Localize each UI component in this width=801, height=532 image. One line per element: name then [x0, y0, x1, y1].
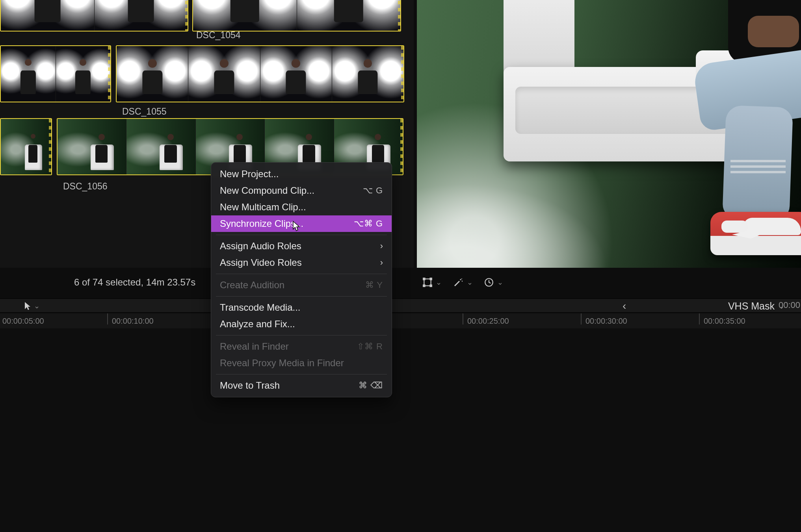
menu-item-transcode-media[interactable]: Transcode Media... — [211, 299, 392, 316]
timeline-history-back-button[interactable]: ‹ — [623, 300, 626, 312]
clip-name-label: DSC_1054 — [196, 30, 241, 41]
menu-item-label: Transcode Media... — [220, 302, 301, 313]
timeline-tool-row: ⌄ ‹ VHS Mask ⌄ — [0, 298, 801, 313]
menu-item-synchronize-clips[interactable]: Synchronize Clips...⌥⌘ G — [211, 215, 392, 232]
menu-item-label: Create Audition — [220, 280, 284, 291]
menu-item-label: New Multicam Clip... — [220, 202, 306, 213]
menu-item-move-to-trash[interactable]: Move to Trash⌘ ⌫ — [211, 377, 392, 394]
clip-context-menu: New Project...New Compound Clip...⌥ GNew… — [211, 162, 392, 397]
menu-item-new-multicam-clip[interactable]: New Multicam Clip... — [211, 199, 392, 215]
svg-point-7 — [461, 278, 462, 279]
menu-item-reveal-in-finder: Reveal in Finder⇧⌘ R — [211, 338, 392, 355]
browser-selection-status: 6 of 74 selected, 14m 23.57s — [74, 277, 195, 288]
timeline-track-area[interactable] — [0, 328, 801, 532]
ruler-tick: 00:00:35:00 — [704, 313, 745, 326]
ruler-tick: 00:00:05:00 — [2, 313, 44, 326]
viewer-toolbar: ⌄ ⌄ ⌄ — [417, 273, 503, 291]
context-menu-separator — [216, 274, 387, 274]
chevron-down-icon: ⌄ — [467, 278, 473, 287]
clip-thumbnail[interactable] — [116, 45, 404, 102]
menu-item-create-audition: Create Audition⌘ Y — [211, 277, 392, 293]
svg-rect-2 — [430, 278, 432, 280]
context-menu-separator — [216, 374, 387, 374]
menu-item-shortcut: ⌥⌘ G — [354, 219, 383, 229]
svg-rect-4 — [430, 285, 432, 287]
menu-item-shortcut: ⌘ ⌫ — [359, 380, 383, 391]
svg-rect-3 — [423, 285, 425, 287]
menu-item-label: Synchronize Clips... — [220, 218, 303, 229]
menu-item-label: Analyze and Fix... — [220, 319, 295, 330]
clip-thumbnail[interactable] — [0, 0, 188, 32]
transform-tool-button[interactable]: ⌄ — [422, 277, 442, 287]
menu-item-reveal-proxy-media-in-finder: Reveal Proxy Media in Finder — [211, 355, 392, 371]
menu-item-label: Assign Video Roles — [220, 257, 302, 268]
svg-point-6 — [462, 281, 463, 282]
ruler-tick: 00:00:30:00 — [585, 313, 627, 326]
submenu-arrow-icon: › — [380, 258, 383, 268]
clip-thumbnail[interactable] — [192, 0, 401, 32]
menu-item-new-compound-clip[interactable]: New Compound Clip...⌥ G — [211, 182, 392, 199]
submenu-arrow-icon: › — [380, 241, 383, 251]
context-menu-separator — [216, 335, 387, 336]
clip-name-label: DSC_1055 — [122, 106, 167, 117]
clip-name-label: DSC_1056 — [63, 181, 108, 192]
select-tool-button[interactable]: ⌄ — [24, 301, 40, 311]
preview-viewer — [417, 0, 801, 268]
chevron-down-icon: ⌄ — [436, 278, 442, 287]
menu-item-shortcut: ⌥ G — [363, 185, 383, 196]
timeline-effect-dropdown[interactable]: VHS Mask ⌄ — [728, 300, 784, 312]
menu-item-label: New Compound Clip... — [220, 185, 314, 196]
context-menu-separator — [216, 235, 387, 235]
svg-rect-1 — [423, 278, 425, 280]
menu-item-new-project[interactable]: New Project... — [211, 166, 392, 182]
menu-item-assign-video-roles[interactable]: Assign Video Roles› — [211, 254, 392, 271]
menu-item-label: Assign Audio Roles — [220, 241, 301, 252]
menu-item-label: Reveal in Finder — [220, 341, 289, 352]
ruler-tick: 00:00:10:00 — [112, 313, 154, 326]
menu-item-label: Reveal Proxy Media in Finder — [220, 358, 344, 369]
viewer-person-graphic — [673, 0, 801, 268]
menu-item-analyze-and-fix[interactable]: Analyze and Fix... — [211, 316, 392, 332]
menu-item-assign-audio-roles[interactable]: Assign Audio Roles› — [211, 238, 392, 254]
timeline-timecode-fragment: 00:00 — [779, 300, 801, 310]
menu-item-shortcut: ⌘ Y — [365, 280, 383, 290]
clip-thumbnail[interactable] — [0, 45, 111, 102]
context-menu-separator — [216, 296, 387, 297]
menu-item-label: New Project... — [220, 169, 279, 180]
ruler-tick: 00:00:25:00 — [467, 313, 509, 326]
menu-item-label: Move to Trash — [220, 380, 280, 391]
timeline-ruler[interactable]: 00:00:05:0000:00:10:0000:00:25:0000:00:3… — [0, 313, 801, 328]
retime-tool-button[interactable]: ⌄ — [484, 277, 503, 287]
clip-thumbnail[interactable] — [0, 118, 52, 175]
effect-name-label: VHS Mask — [728, 300, 775, 312]
chevron-down-icon: ⌄ — [34, 302, 40, 310]
menu-item-shortcut: ⇧⌘ R — [357, 341, 383, 352]
chevron-down-icon: ⌄ — [497, 278, 503, 287]
svg-point-5 — [460, 279, 461, 280]
enhance-tool-button[interactable]: ⌄ — [453, 277, 473, 287]
